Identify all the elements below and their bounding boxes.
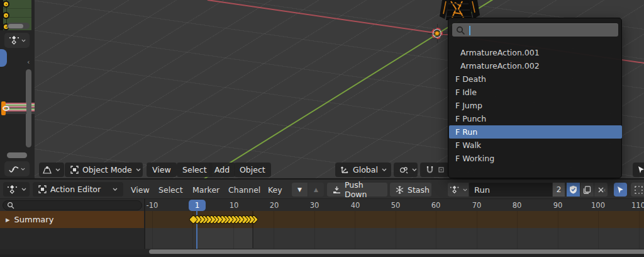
move-channel-down-button[interactable]: ▼ (292, 183, 308, 197)
ruler-tick: 100 (591, 201, 605, 210)
orientation-label: Global (353, 165, 378, 174)
cursor-3d[interactable] (430, 26, 445, 41)
pivot-point-dropdown[interactable] (394, 163, 418, 177)
chevron-down-icon (463, 188, 467, 191)
snowflake-icon (396, 186, 404, 194)
action-name-field[interactable]: Run (469, 183, 552, 197)
channel-summary[interactable]: ▶ Summary (0, 211, 145, 228)
editor-type-3d-viewport-button[interactable] (39, 163, 64, 177)
duplicate-action-button[interactable] (580, 183, 594, 197)
push-down-icon (333, 186, 341, 194)
action-item-label: ArmatureAction.001 (460, 48, 540, 57)
channel-keyframe-divider (144, 198, 145, 254)
object-mode-icon (70, 166, 79, 174)
horizontal-scrollbar-thumb[interactable] (149, 249, 644, 254)
object-mode-label: Object Mode (82, 165, 132, 174)
action-list-item[interactable]: F Jump (449, 99, 622, 112)
menu-key[interactable]: Key (268, 180, 282, 200)
action-list-item[interactable]: ArmatureAction.001 (449, 46, 622, 59)
scrollbar-thumb[interactable] (8, 24, 23, 28)
menu-label: Marker (192, 185, 219, 195)
ruler-tick: 60 (431, 201, 441, 210)
menu-marker[interactable]: Marker (192, 180, 219, 200)
marquee-select-icon (635, 186, 643, 194)
action-list-item[interactable]: ArmatureAction.002 (449, 59, 622, 72)
stash-button[interactable]: Stash (390, 183, 431, 197)
editor-mode-icon (38, 185, 47, 193)
menu-select-3d[interactable]: Select (177, 163, 213, 177)
expand-triangle-icon[interactable]: ▶ (6, 217, 10, 223)
action-item-label: F Walk (455, 140, 481, 150)
menu-view-3d[interactable]: View (147, 163, 177, 177)
gizmo-cursor-icon (637, 166, 644, 174)
partial-editor-column: ‹ (0, 0, 35, 178)
chevron-down-icon (136, 168, 141, 171)
action-icon (450, 186, 459, 193)
action-item-label: F Punch (455, 114, 486, 123)
action-list-item[interactable]: F Walk (449, 139, 622, 152)
menu-add-3d[interactable]: Add (209, 163, 235, 177)
menu-label: Key (268, 185, 282, 195)
active-tool-tweak-button[interactable] (614, 183, 627, 197)
search-icon (456, 26, 465, 35)
keyframe-handle[interactable] (3, 106, 9, 111)
editor-type-dope-sheet-button-small[interactable] (4, 33, 30, 48)
editor-type-dope-sheet-button[interactable] (3, 182, 30, 197)
menu-object-3d[interactable]: Object (234, 163, 271, 177)
action-list-item[interactable]: F Punch (449, 112, 622, 125)
snap-controls-group[interactable] (420, 163, 449, 177)
object-mode-dropdown[interactable]: Object Mode (65, 163, 143, 177)
menu-label: Select (182, 165, 207, 174)
action-item-label: ArmatureAction.002 (460, 61, 540, 71)
ruler-tick: 80 (513, 201, 522, 210)
select-box-tool-button[interactable] (631, 183, 644, 197)
menu-view-dope[interactable]: View (131, 180, 150, 200)
timeline-ruler[interactable]: -10 10 20 30 40 50 60 70 80 90 100 110 1 (0, 198, 644, 211)
vertical-scrollbar[interactable] (26, 69, 31, 147)
active-tool-tab-partial[interactable] (0, 49, 7, 67)
viewport-editor-icon (43, 166, 52, 174)
chevron-down-icon (21, 39, 26, 42)
scrollbar-track[interactable] (0, 249, 644, 254)
channel-search-input[interactable] (3, 200, 142, 210)
ruler-tick: 30 (310, 201, 319, 210)
push-down-button[interactable]: Push Down (327, 183, 387, 197)
channel-summary-label: Summary (14, 215, 54, 224)
menu-label: Channel (228, 185, 260, 195)
horizontal-scrollbar[interactable] (7, 23, 30, 29)
menu-label: Add (214, 165, 230, 174)
horizontal-scrollbar[interactable] (7, 152, 27, 158)
cursor-arrow-icon (616, 186, 625, 194)
ruler-tick: 90 (553, 201, 563, 210)
menu-label: Select (158, 185, 183, 195)
fake-user-toggle[interactable] (567, 183, 580, 197)
action-search-input[interactable] (452, 23, 618, 37)
action-list-item[interactable]: F Death (449, 72, 622, 86)
triangle-down-icon: ▼ (297, 186, 302, 193)
copy-icon (583, 186, 591, 194)
ruler-tick: 50 (391, 201, 401, 210)
triangle-up-icon: ▲ (314, 186, 318, 193)
action-list-item[interactable]: F Working (449, 152, 622, 165)
chevron-left-icon[interactable]: ‹ (27, 58, 30, 66)
show-gizmo-button[interactable] (633, 163, 644, 177)
object-origin-dot (435, 31, 440, 36)
chevron-left-icon[interactable]: ‹ (603, 180, 606, 200)
transform-orientation-dropdown[interactable]: Global (335, 163, 391, 177)
browse-action-dropdown[interactable] (448, 183, 469, 197)
ruler-tick: 40 (351, 201, 360, 210)
action-user-count-badge[interactable]: 2 (553, 183, 565, 197)
action-editor-mode-dropdown[interactable]: Action Editor (33, 182, 123, 197)
action-list-item-selected[interactable]: F Run (449, 125, 622, 139)
ruler-tick: 20 (270, 201, 279, 210)
menu-channel[interactable]: Channel (228, 180, 260, 200)
editor-type-graph-editor-button[interactable] (4, 161, 30, 176)
move-channel-up-button-disabled[interactable]: ▲ (308, 183, 324, 197)
cursor-tick (443, 33, 447, 35)
keyframe-circle[interactable] (3, 1, 9, 8)
menu-select-dope[interactable]: Select (158, 180, 183, 200)
blender-window: Object Mode View Select Add Object Globa… (0, 0, 644, 257)
dope-sheet-header: Action Editor View Select Marker Channel… (0, 178, 644, 198)
keyframe-circle[interactable] (3, 12, 9, 19)
action-list-item[interactable]: F Idle (449, 86, 622, 99)
